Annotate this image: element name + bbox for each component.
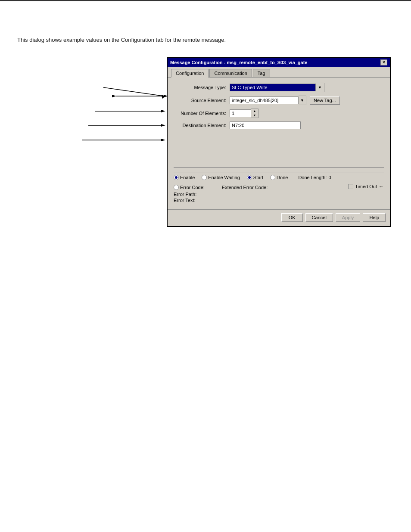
help-button[interactable]: Help: [363, 213, 386, 222]
num-elements-row: Number Of Elements: ▲ ▼: [174, 109, 384, 118]
timed-out-arrow: ←: [379, 184, 384, 190]
message-type-control: SLC Typed Write ▼: [230, 83, 384, 92]
dest-element-label: Destination Element:: [174, 123, 230, 128]
message-type-row: Message Type: SLC Typed Write ▼: [174, 83, 384, 92]
error-code-radio-circle: [174, 185, 179, 190]
start-radio[interactable]: Start: [247, 175, 263, 180]
dialog-titlebar: Message Configuration - msg_remote_enbt_…: [168, 58, 390, 67]
dest-element-input[interactable]: [230, 121, 301, 129]
dialog-close-button[interactable]: ×: [380, 59, 387, 65]
empty-space: [174, 133, 384, 167]
enable-label: Enable: [180, 175, 195, 180]
apply-button[interactable]: Apply: [336, 213, 361, 222]
svg-marker-6: [161, 95, 165, 99]
error-code-label: Error Code:: [180, 185, 205, 190]
error-text-row: Error Text:: [174, 197, 268, 203]
timed-out-checkbox[interactable]: [348, 184, 353, 189]
ok-button[interactable]: OK: [281, 213, 303, 222]
svg-marker-12: [161, 139, 165, 141]
description-text: This dialog shows example values on the …: [17, 36, 276, 44]
tab-communication[interactable]: Communication: [209, 69, 252, 78]
enable-radio[interactable]: Enable: [174, 175, 195, 180]
timed-out-label: Timed Out: [355, 184, 377, 189]
dest-element-row: Destination Element:: [174, 121, 384, 129]
tab-tag[interactable]: Tag: [253, 69, 270, 78]
source-element-input[interactable]: [230, 96, 299, 104]
error-timed-row: Error Code: Extended Error Code: Error P…: [174, 182, 384, 205]
status-row: Enable Enable Waiting Start Done: [174, 172, 384, 182]
error-path-row: Error Path:: [174, 191, 268, 197]
dialog-footer: OK Cancel Apply Help: [168, 209, 390, 226]
enable-waiting-label: Enable Waiting: [208, 175, 240, 180]
num-elements-input[interactable]: [230, 109, 251, 117]
enable-radio-circle: [174, 175, 179, 180]
tab-configuration[interactable]: Configuration: [171, 69, 209, 78]
enable-waiting-radio[interactable]: Enable Waiting: [202, 175, 240, 180]
dialog-body: Message Type: SLC Typed Write ▼ Source E…: [168, 78, 390, 209]
source-element-row: Source Element: ▼ New Tag...: [174, 96, 384, 105]
dest-element-control: [230, 121, 384, 129]
message-type-dropdown[interactable]: ▼: [316, 83, 324, 92]
done-label: Done: [277, 175, 288, 180]
timed-out-area: Timed Out ←: [348, 184, 384, 190]
arrows-svg: [17, 75, 168, 169]
done-radio[interactable]: Done: [270, 175, 288, 180]
svg-marker-8: [161, 110, 165, 112]
error-code-radio[interactable]: Error Code:: [174, 185, 205, 190]
enable-waiting-radio-circle: [202, 175, 207, 180]
source-element-dropdown[interactable]: ▼: [299, 96, 306, 105]
extended-error-code-label: Extended Error Code:: [222, 185, 268, 190]
svg-marker-10: [161, 124, 165, 127]
done-length-area: Done Length: 0: [298, 175, 331, 180]
svg-marker-3: [112, 95, 116, 97]
svg-line-5: [103, 87, 164, 96]
done-radio-circle: [270, 175, 275, 180]
done-length-label: Done Length:: [298, 175, 327, 180]
new-tag-button[interactable]: New Tag...: [310, 96, 340, 105]
message-type-label: Message Type:: [174, 85, 230, 90]
error-code-row: Error Code: Extended Error Code:: [174, 184, 268, 191]
start-radio-circle: [247, 175, 252, 180]
error-path-label: Error Path:: [174, 192, 196, 197]
dialog-title: Message Configuration - msg_remote_enbt_…: [170, 60, 307, 65]
source-element-control: ▼ New Tag...: [230, 96, 384, 105]
error-text-label: Error Text:: [174, 198, 196, 203]
message-type-value[interactable]: SLC Typed Write: [230, 84, 316, 91]
num-elements-spinner: ▲ ▼: [251, 109, 258, 118]
error-section: Error Code: Extended Error Code: Error P…: [174, 184, 268, 203]
num-elements-control: ▲ ▼: [230, 109, 384, 118]
dialog-window: Message Configuration - msg_remote_enbt_…: [167, 57, 391, 227]
cancel-button[interactable]: Cancel: [305, 213, 333, 222]
spinner-up-button[interactable]: ▲: [251, 109, 258, 113]
start-label: Start: [253, 175, 263, 180]
source-element-label: Source Element:: [174, 98, 230, 103]
num-elements-label: Number Of Elements:: [174, 111, 230, 116]
dialog-tabs: Configuration Communication Tag: [168, 67, 390, 78]
spinner-down-button[interactable]: ▼: [251, 113, 258, 118]
done-length-value: 0: [328, 175, 331, 180]
